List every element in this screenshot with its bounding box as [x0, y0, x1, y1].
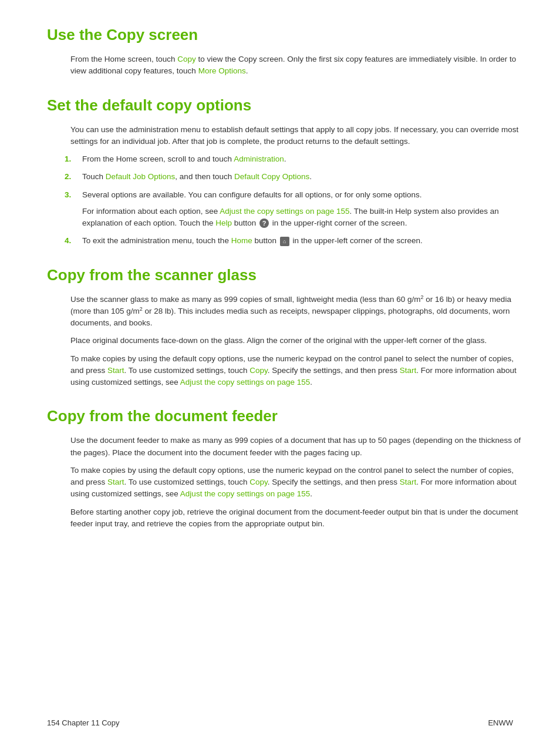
heading-use-copy-screen: Use the Copy screen [47, 23, 525, 46]
link-start-scanner-2[interactable]: Start [400, 366, 417, 375]
para-doc-feeder-3: Before starting another copy job, retrie… [70, 506, 525, 530]
para-default-intro: You can use the administration menu to e… [70, 124, 525, 148]
para-scanner-glass-2: Place original documents face-down on th… [70, 335, 525, 347]
list-item-3: Several options are available. You can c… [70, 189, 525, 230]
default-steps-list: From the Home screen, scroll to and touc… [70, 153, 525, 247]
heading-copy-document-feeder: Copy from the document feeder [47, 405, 525, 428]
link-default-job-options[interactable]: Default Job Options [106, 172, 176, 181]
link-start-feeder-2[interactable]: Start [400, 478, 417, 486]
link-copy-scanner[interactable]: Copy [249, 366, 268, 375]
link-start-feeder-1[interactable]: Start [107, 478, 124, 486]
heading-copy-scanner-glass: Copy from the scanner glass [47, 264, 525, 287]
link-copy-feeder[interactable]: Copy [249, 478, 268, 486]
link-home[interactable]: Home [231, 236, 252, 245]
sub-text-options: For information about each option, see A… [82, 206, 525, 230]
link-adjust-copy-1[interactable]: Adjust the copy settings on page 155 [220, 207, 349, 216]
section-set-default-copy: Set the default copy options You can use… [47, 94, 525, 247]
section-copy-document-feeder: Copy from the document feeder Use the do… [47, 405, 525, 530]
footer-left: 154 Chapter 11 Copy [47, 717, 120, 729]
superscript-2a: 2 [421, 294, 424, 300]
link-default-copy-options[interactable]: Default Copy Options [234, 172, 309, 181]
para-use-copy-screen: From the Home screen, touch Copy to view… [70, 53, 525, 78]
link-administration[interactable]: Administration [234, 154, 284, 163]
link-help[interactable]: Help [215, 219, 232, 227]
list-item-2: Touch Default Job Options, and then touc… [70, 171, 525, 183]
superscript-2b: 2 [140, 305, 143, 311]
list-item-1: From the Home screen, scroll to and touc… [70, 153, 525, 165]
para-scanner-glass-3: To make copies by using the default copy… [70, 353, 525, 389]
section-copy-scanner-glass: Copy from the scanner glass Use the scan… [47, 264, 525, 389]
page-footer: 154 Chapter 11 Copy ENWW [0, 717, 560, 729]
list-item-4: To exit the administration menu, touch t… [70, 235, 525, 247]
para-doc-feeder-2: To make copies by using the default copy… [70, 465, 525, 500]
para-doc-feeder-1: Use the document feeder to make as many … [70, 435, 525, 459]
link-copy[interactable]: Copy [177, 55, 196, 63]
section-use-copy-screen: Use the Copy screen From the Home screen… [47, 23, 525, 78]
link-adjust-copy-feeder[interactable]: Adjust the copy settings on page 155 [180, 489, 310, 498]
footer-right: ENWW [488, 717, 513, 729]
heading-set-default-copy: Set the default copy options [47, 94, 525, 117]
link-more-options[interactable]: More Options [198, 66, 246, 75]
help-icon: ? [259, 219, 269, 228]
para-scanner-glass-1: Use the scanner glass to make as many as… [70, 294, 525, 330]
link-start-scanner-1[interactable]: Start [107, 366, 124, 375]
home-icon: ⌂ [280, 237, 289, 246]
link-adjust-copy-scanner[interactable]: Adjust the copy settings on page 155 [180, 378, 310, 387]
